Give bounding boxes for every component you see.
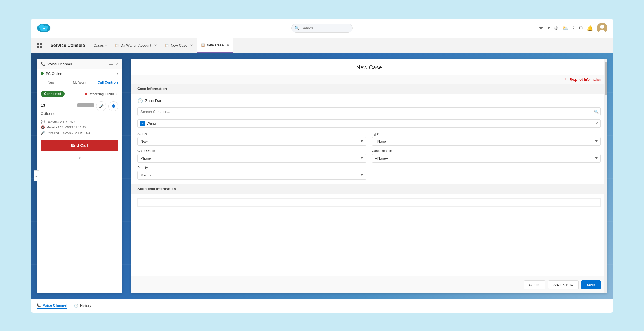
save-button[interactable]: Save [581,280,601,289]
tab-cases-chevron[interactable]: ▾ [105,44,107,47]
tab-new-case-1-close[interactable]: ✕ [190,44,193,47]
cancel-button[interactable]: Cancel [524,280,545,289]
mute-button[interactable]: 🎤 [96,101,106,111]
star-icon[interactable]: ★ [539,25,543,31]
form-title: New Case [137,64,601,71]
voice-tab-callcontrols[interactable]: Call Controls [94,78,122,87]
case-reason-select[interactable]: --None-- [372,154,601,163]
case-reason-field: Case Reason --None-- [372,149,601,163]
case-info-section: 🕐 Zhao Dan 🔍 [131,94,607,184]
tab-cases-label: Cases [94,43,104,47]
timeline-text-2: Muted • 2024/05/22 11:18:53 [47,126,86,129]
status-label: Status [137,132,366,136]
bell-icon[interactable]: 🔔 [587,25,593,31]
voice-tab-new[interactable]: New [37,78,65,87]
account-tag-label: Wang [147,121,156,125]
voice-panel-title: Voice Channel [47,62,107,66]
tab-wang-account[interactable]: 📋 Da Wang | Account ✕ [111,38,161,53]
priority-select[interactable]: Medium [137,171,366,180]
call-info: Connected Recording 00:00:03 13 🎤 👤 [37,87,122,119]
additional-info-section [131,194,607,211]
bottom-history-icon: 🕐 [74,304,78,308]
timeline-text-3: Unmuted • 2024/05/22 11:18:53 [47,131,90,135]
search-input[interactable] [291,24,353,33]
account-tag: W Wang ✕ [137,119,601,128]
hold-button[interactable]: 👤 [108,101,118,111]
tab-new-case-1[interactable]: 📋 New Case ✕ [161,38,197,53]
account-tag-icon: W [140,121,145,126]
status-label: PC Online [46,72,114,76]
bottom-history-label: History [80,304,91,308]
tab-bar: Service Console Cases ▾ 📋 Da Wang | Acco… [31,38,613,53]
svg-rect-8 [37,43,39,45]
avatar[interactable] [597,23,607,33]
svg-text:☁: ☁ [42,26,45,30]
bottom-voice-label: Voice Channel [43,303,67,307]
bottom-tab-voice[interactable]: 📞 Voice Channel [37,303,67,309]
help-icon[interactable]: ? [572,26,575,31]
priority-label: Priority [137,166,366,170]
bottom-bar: 📞 Voice Channel 🕐 History [31,299,613,313]
save-new-button[interactable]: Save & New [548,280,579,289]
search-contacts-input[interactable] [137,107,601,116]
expand-icon[interactable]: ⤢ [115,62,118,66]
tab-wang-icon: 📋 [115,44,119,47]
required-asterisk: * [565,78,566,82]
required-info: * = Required Information [131,75,607,84]
voice-channel-panel: ◀ 📞 Voice Channel — ⤢ PC Online ▾ New [37,59,122,293]
origin-select[interactable]: Phone [137,154,366,163]
svg-text:W: W [141,122,144,125]
scroll-down-indicator: ▾ [37,155,122,161]
salesforce-logo: ☁ [37,23,51,33]
voice-tab-mywork[interactable]: My Work [65,78,94,87]
scroll-left-arrow[interactable]: ◀ [34,170,39,181]
main-area: ◀ 📞 Voice Channel — ⤢ PC Online ▾ New [31,53,613,299]
case-info-section-header: Case Information [131,84,607,94]
form-footer: Cancel Save & New Save [131,276,607,293]
additional-info-section-header: Additional Information [131,184,607,194]
contact-name: Zhao Dan [145,98,162,103]
outbound-label: Outbound [41,112,118,116]
add-icon[interactable]: ⊕ [554,25,558,31]
account-tag-remove[interactable]: ✕ [595,121,598,125]
status-select[interactable]: New [137,137,366,146]
svg-rect-11 [40,46,42,48]
clock-row: 🕐 Zhao Dan [137,98,601,103]
form-title-bar: New Case [131,59,607,75]
tab-wang-close[interactable]: ✕ [154,44,157,47]
recording-row: Recording 00:00:03 [85,92,118,96]
tab-new-case-2-close[interactable]: ✕ [226,43,229,47]
phone-icon: 📞 [41,62,45,66]
recording-time: 00:00:03 [105,92,118,96]
search-icon: 🔍 [295,26,299,30]
mic-off-icon: 🔇 [41,125,45,129]
bottom-tab-history[interactable]: 🕐 History [74,304,91,308]
tab-new-case-2-label: New Case [207,43,224,47]
scrollbar-thumb[interactable] [605,62,607,95]
minimize-icon[interactable]: — [109,62,113,66]
status-chevron[interactable]: ▾ [117,72,118,75]
search-bar: 🔍 [291,24,353,33]
recording-label: Recording [89,92,104,96]
type-select[interactable]: --None-- [372,137,601,146]
connected-badge: Connected [41,91,65,97]
gear-icon[interactable]: ⚙ [579,25,583,31]
bottom-voice-icon: 📞 [37,303,41,307]
origin-reason-row: Case Origin Phone Case Reason --None [137,149,601,163]
app-launcher-button[interactable] [34,38,46,53]
vertical-scrollbar[interactable] [604,59,607,293]
timeline-text-1: 2024/05/22 11:18:50 [47,120,75,123]
status-field: Status New [137,132,366,146]
tab-cases[interactable]: Cases ▾ [90,38,111,53]
tab-new-case-2[interactable]: 📋 New Case ✕ [197,38,233,53]
chevron-down-icon[interactable]: ▼ [547,26,550,30]
cloud-icon[interactable]: ⛅ [562,25,568,31]
svg-rect-9 [40,43,42,45]
form-body: Case Information 🕐 Zhao Dan 🔍 [131,84,607,276]
timeline: 💬 2024/05/22 11:18:50 🔇 Muted • 2024/05/… [37,119,122,136]
voice-tabs: New My Work Call Controls [37,78,122,87]
end-call-button[interactable]: End Call [41,140,118,151]
origin-field: Case Origin Phone [137,149,366,163]
top-nav-right: ★ ▼ ⊕ ⛅ ? ⚙ 🔔 [539,23,607,33]
voice-panel-header: 📞 Voice Channel — ⤢ [37,59,122,69]
